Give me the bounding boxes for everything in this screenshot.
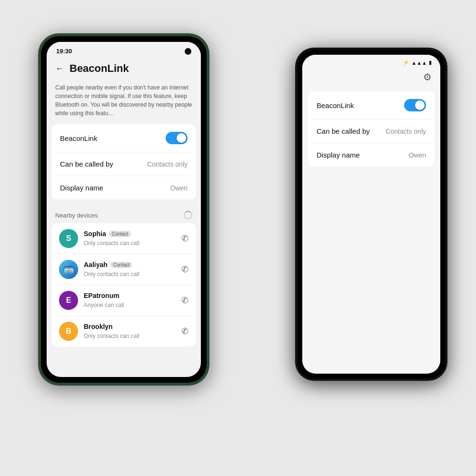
settings-card-right: BeaconLink Can be called by Contacts onl… [308,91,435,167]
setting-row-displayname[interactable]: Display name Owen [51,176,196,199]
status-time: 19:30 [56,48,72,55]
contact-badge-sophia: Contact [109,231,131,237]
device-name-row-brooklyn: Brooklyn [84,323,181,330]
device-subtitle-aaliyah: Only contacts can call [84,271,139,278]
battery-icon: ▮ [429,60,432,66]
device-name-row-aaliyah: Aaliyah Contact [84,261,181,268]
avatar-brooklyn: B [59,322,78,341]
device-name-epatronum: EPatronum [84,292,119,299]
device-subtitle-sophia: Only contacts can call [84,240,139,247]
app-title-left: BeaconLink [69,62,129,75]
beaconlink-toggle[interactable] [166,132,188,144]
screen-right: ⚡ ▲▲▲ ▮ ⚙ BeaconLink [302,55,440,374]
device-name-sophia: Sophia [84,230,106,238]
app-header-left: ← BeaconLink [47,58,201,79]
device-name-row-epatronum: EPatronum [84,292,181,299]
right-setting-label-displayname: Display name [317,151,360,159]
setting-row-calledby[interactable]: Can be called by Contacts only [51,152,196,176]
loading-spinner [184,211,192,219]
devices-card: S Sophia Contact Only contacts can call … [51,223,196,347]
aaliyah-img: 🥽 [59,260,78,279]
avatar-epatronum: E [59,291,78,310]
back-button[interactable]: ← [55,64,64,74]
setting-value-displayname: Owen [170,184,188,192]
gear-icon[interactable]: ⚙ [423,71,432,83]
description-text: Call people nearby even if you don't hav… [47,79,201,124]
toggle-knob [177,133,186,143]
status-bar-right: ⚡ ▲▲▲ ▮ [302,55,440,68]
right-setting-row-beaconlink[interactable]: BeaconLink [308,91,435,119]
scene: 19:30 ← BeaconLink Call people nearby ev… [24,19,452,457]
right-app-header: ⚙ [302,68,440,87]
setting-label-beaconlink: BeaconLink [60,134,97,142]
call-icon-sophia[interactable]: ✆ [181,233,188,244]
device-name-aaliyah: Aaliyah [84,261,108,268]
nearby-header: Nearby devices [47,204,201,223]
setting-label-displayname: Display name [60,184,103,192]
right-setting-value-displayname: Owen [408,151,426,159]
screen-left: 19:30 ← BeaconLink Call people nearby ev… [47,42,201,377]
call-icon-epatronum[interactable]: ✆ [181,295,188,306]
right-setting-label-calledby: Can be called by [317,127,370,135]
right-setting-row-calledby[interactable]: Can be called by Contacts only [308,119,435,143]
settings-card-left: BeaconLink Can be called by Contacts onl… [51,124,196,199]
device-name-brooklyn: Brooklyn [84,323,113,330]
bluetooth-icon: ⚡ [403,60,409,66]
phone-right: ⚡ ▲▲▲ ▮ ⚙ BeaconLink [295,48,447,381]
status-bar-left: 19:30 [47,42,201,58]
device-row-epatronum[interactable]: E EPatronum Anyone can call ✆ [51,285,196,316]
right-setting-value-calledby: Contacts only [386,128,426,135]
call-icon-brooklyn[interactable]: ✆ [181,326,188,337]
device-info-epatronum: EPatronum Anyone can call [84,292,181,309]
camera-notch [185,48,191,55]
right-setting-label-beaconlink: BeaconLink [317,101,354,109]
setting-value-calledby: Contacts only [147,160,188,168]
call-icon-aaliyah[interactable]: ✆ [181,264,188,275]
device-row-aaliyah[interactable]: 🥽 Aaliyah Contact Only contacts can call… [51,254,196,285]
right-beaconlink-toggle[interactable] [404,99,426,111]
phone-left: 19:30 ← BeaconLink Call people nearby ev… [38,33,209,386]
device-name-row-sophia: Sophia Contact [84,230,181,238]
setting-row-beaconlink[interactable]: BeaconLink [51,124,196,152]
avatar-aaliyah: 🥽 [59,260,78,279]
device-info-brooklyn: Brooklyn Only contacts can call [84,323,181,340]
contact-badge-aaliyah: Contact [110,262,132,268]
setting-label-calledby: Can be called by [60,160,113,168]
nearby-title: Nearby devices [55,212,98,219]
right-setting-row-displayname[interactable]: Display name Owen [308,143,435,167]
device-info-sophia: Sophia Contact Only contacts can call [84,230,181,247]
right-toggle-knob [415,100,425,110]
signal-icon: ▲▲▲ [411,60,427,66]
device-subtitle-brooklyn: Only contacts can call [84,333,139,339]
device-subtitle-epatronum: Anyone can call [84,302,124,308]
avatar-sophia: S [59,229,78,248]
device-row-brooklyn[interactable]: B Brooklyn Only contacts can call ✆ [51,316,196,347]
device-info-aaliyah: Aaliyah Contact Only contacts can call [84,261,181,278]
device-row-sophia[interactable]: S Sophia Contact Only contacts can call … [51,223,196,254]
